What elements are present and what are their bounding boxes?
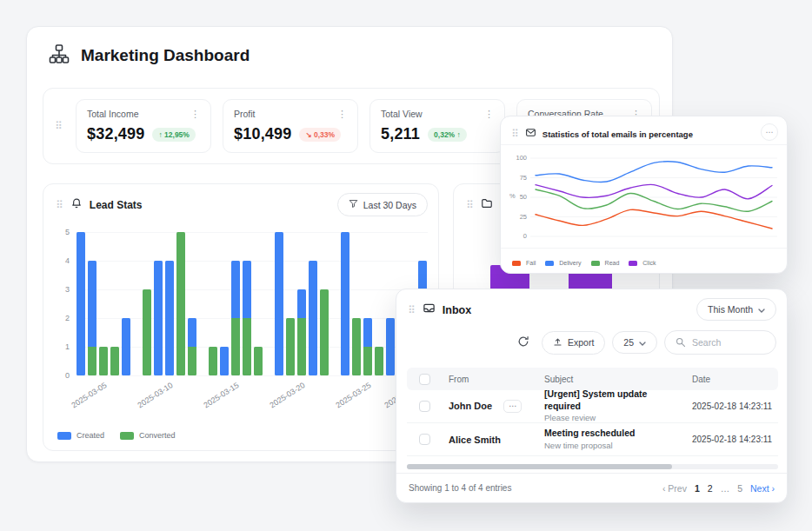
sender-name: John Doe bbox=[449, 401, 492, 411]
created-segment bbox=[297, 289, 306, 318]
bars-row bbox=[77, 232, 130, 375]
bar-group: 2025-03-05 bbox=[77, 232, 130, 375]
trend-badge: ↘ 0,33% bbox=[299, 128, 341, 142]
read-legend-chip bbox=[591, 261, 600, 266]
gridline bbox=[77, 375, 428, 376]
stacked-bar bbox=[122, 318, 130, 375]
table-row[interactable]: John Doe ⋯ [Urgent] System update requir… bbox=[407, 390, 778, 423]
page-button-5[interactable]: 5 bbox=[737, 483, 742, 494]
page-title: Marketing Dashboard bbox=[81, 46, 250, 65]
trend-badge: 0,32% ↑ bbox=[428, 128, 467, 142]
inbox-footer: Showing 1 to 4 of 4 entries ‹ Prev 1 2 …… bbox=[396, 473, 787, 502]
y-axis-tick: 25 bbox=[520, 213, 527, 221]
legend-label: Created bbox=[77, 431, 104, 440]
next-page-button[interactable]: Next › bbox=[750, 483, 775, 494]
page-size-select[interactable]: 25 bbox=[612, 331, 657, 354]
table-row[interactable]: Alice Smith Meeting rescheduled New time… bbox=[407, 423, 778, 456]
horizontal-scrollbar[interactable] bbox=[407, 464, 778, 469]
column-header-subject: Subject bbox=[537, 375, 685, 384]
chevron-down-icon bbox=[639, 337, 646, 348]
export-button[interactable]: Export bbox=[542, 331, 605, 355]
card-title: Statistics of total emails in percentage bbox=[542, 129, 693, 139]
stacked-bar bbox=[275, 232, 283, 375]
x-axis-label: 2025-03-25 bbox=[334, 381, 372, 409]
page-button-1[interactable]: 1 bbox=[695, 483, 700, 494]
scrollbar-thumb[interactable] bbox=[407, 464, 672, 469]
legend-label: Converted bbox=[139, 431, 176, 440]
inbox-toolbar: Export 25 bbox=[512, 330, 776, 355]
stacked-bar bbox=[231, 261, 240, 375]
search-box[interactable] bbox=[664, 330, 776, 355]
click-line bbox=[536, 184, 772, 199]
drag-handle-icon[interactable]: ⠿ bbox=[511, 129, 519, 139]
legend-item: Click bbox=[629, 260, 656, 266]
drag-handle-icon[interactable]: ⠿ bbox=[56, 200, 63, 210]
kebab-menu-icon[interactable]: ⋮ bbox=[190, 110, 200, 119]
converted-segment bbox=[143, 289, 151, 375]
created-segment bbox=[341, 232, 349, 375]
prev-page-button[interactable]: ‹ Prev bbox=[662, 483, 687, 494]
delivery-legend-chip bbox=[545, 261, 554, 266]
kebab-menu-icon[interactable]: ⋮ bbox=[337, 110, 347, 119]
filter-label: Last 30 Days bbox=[363, 200, 416, 210]
drag-handle-icon[interactable]: ⠿ bbox=[466, 200, 474, 210]
email-subject: [Urgent] System update required bbox=[544, 388, 685, 412]
bar-groups: 2025-03-052025-03-102025-03-152025-03-20… bbox=[77, 232, 427, 375]
sender-name: Alice Smith bbox=[449, 435, 501, 445]
lead-bar-chart: 2025-03-052025-03-102025-03-152025-03-20… bbox=[77, 232, 428, 375]
row-checkbox[interactable] bbox=[419, 401, 430, 412]
created-segment bbox=[220, 347, 229, 375]
legend-label: Click bbox=[642, 260, 656, 266]
folder-icon bbox=[481, 197, 493, 213]
y-axis-tick: 50 bbox=[520, 193, 527, 201]
stacked-bar bbox=[352, 318, 361, 375]
created-segment bbox=[309, 261, 317, 375]
kebab-menu-icon[interactable]: ⋮ bbox=[484, 110, 494, 119]
stat-label: Total View bbox=[381, 109, 423, 119]
drag-handle-icon[interactable]: ⠿ bbox=[55, 121, 63, 131]
chart-legend: FailDeliveryReadClick bbox=[512, 260, 656, 266]
created-legend-chip bbox=[57, 432, 71, 440]
bell-icon bbox=[70, 197, 83, 213]
converted-segment bbox=[231, 318, 240, 375]
envelope-icon bbox=[525, 126, 536, 142]
converted-segment bbox=[110, 347, 119, 375]
email-subject: Meeting rescheduled bbox=[544, 428, 685, 440]
stat-label: Profit bbox=[234, 109, 256, 119]
stacked-bar bbox=[110, 347, 119, 375]
page-button-2[interactable]: 2 bbox=[708, 483, 713, 494]
y-axis-tick: 2 bbox=[65, 314, 70, 322]
divider bbox=[501, 144, 787, 145]
converted-segment bbox=[254, 347, 263, 375]
row-more-button[interactable]: ⋯ bbox=[503, 400, 522, 413]
created-segment bbox=[154, 261, 163, 375]
search-input[interactable] bbox=[690, 336, 765, 348]
converted-segment bbox=[363, 347, 372, 375]
converted-segment bbox=[297, 318, 306, 375]
stacked-bar bbox=[154, 261, 163, 375]
y-axis: 012345 bbox=[54, 232, 70, 375]
legend-item: Converted bbox=[120, 431, 176, 440]
date-range-filter-button[interactable]: Last 30 Days bbox=[337, 193, 428, 216]
bars-row bbox=[143, 232, 196, 375]
email-preview: Please review bbox=[544, 413, 685, 423]
refresh-button[interactable] bbox=[512, 331, 535, 354]
stacked-bar bbox=[188, 318, 196, 375]
chart-legend: CreatedConverted bbox=[57, 431, 176, 440]
select-all-checkbox[interactable] bbox=[419, 374, 430, 385]
created-segment bbox=[88, 261, 97, 347]
email-line-chart bbox=[530, 153, 777, 240]
drag-handle-icon[interactable]: ⠿ bbox=[408, 305, 416, 315]
converted-segment bbox=[320, 289, 329, 375]
more-menu-button[interactable]: ⋯ bbox=[761, 123, 778, 141]
pagination: ‹ Prev 1 2 … 5 Next › bbox=[662, 483, 775, 494]
stacked-bar bbox=[99, 347, 108, 375]
period-filter-button[interactable]: This Month bbox=[696, 298, 776, 321]
legend-item: Read bbox=[591, 260, 620, 266]
inbox-tray-icon bbox=[423, 302, 436, 318]
row-checkbox[interactable] bbox=[419, 434, 430, 445]
stacked-bar bbox=[320, 289, 329, 375]
created-segment bbox=[77, 232, 85, 375]
chevron-down-icon bbox=[758, 304, 765, 315]
legend-item: Fail bbox=[512, 260, 536, 266]
